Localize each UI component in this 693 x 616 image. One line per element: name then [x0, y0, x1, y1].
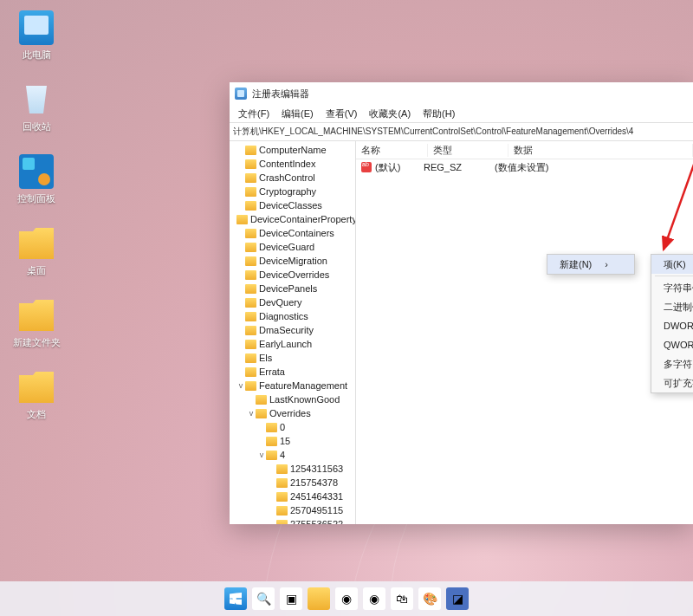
desktop-icon-folder1[interactable]: 桌面 — [10, 226, 62, 277]
taskbar-paint-icon[interactable]: 🎨 — [418, 587, 441, 610]
taskbar-search-icon[interactable]: 🔍 — [252, 587, 275, 610]
tree-node[interactable]: ComputerName — [230, 143, 355, 157]
menu-item[interactable]: 帮助(H) — [418, 106, 460, 122]
value-type: REG_SZ — [424, 162, 495, 172]
desktop-icon-folder2[interactable]: 新建文件夹 — [10, 298, 62, 349]
desktop-icon-pc[interactable]: 此电脑 — [10, 10, 62, 62]
folder-icon — [245, 312, 256, 321]
taskbar-store-icon[interactable]: 🛍 — [391, 587, 413, 610]
submenu-arrow-icon: › — [605, 259, 608, 269]
tree-node[interactable]: Els — [230, 351, 355, 365]
tree-label: 2451464331 — [290, 491, 343, 502]
tree-label: DeviceGuard — [259, 242, 314, 252]
folder-icon — [245, 381, 256, 391]
taskbar-explorer-icon[interactable] — [308, 587, 330, 610]
tree-node[interactable]: v4 — [230, 448, 355, 462]
value-list[interactable]: 名称 类型 数据 (默认) REG_SZ (数值未设置) 新建(N) › 项( — [356, 141, 693, 524]
value-row[interactable]: (默认) REG_SZ (数值未设置) — [356, 159, 693, 175]
folder1-icon — [19, 226, 54, 261]
tree-node[interactable]: 215754378 — [230, 476, 355, 490]
tree-label: 1254311563 — [290, 464, 343, 474]
tree-label: DmaSecurity — [259, 325, 314, 335]
taskbar-win-icon[interactable] — [224, 587, 247, 610]
taskbar-chrome-icon[interactable]: ◉ — [335, 587, 358, 610]
col-name[interactable]: 名称 — [356, 144, 428, 157]
submenu-item[interactable]: 项(K) — [651, 255, 693, 274]
tree-node[interactable]: 2451464331 — [230, 490, 355, 503]
string-value-icon — [361, 162, 372, 172]
tree-node[interactable]: 1254311563 — [230, 462, 355, 476]
col-data[interactable]: 数据 — [508, 144, 693, 157]
icon-label: 桌面 — [10, 264, 62, 277]
desktop-icon-folder3[interactable]: 文档 — [10, 370, 62, 421]
desktop-icon-bin[interactable]: 回收站 — [10, 82, 62, 133]
submenu-item[interactable]: 可扩充字符串值(E) — [651, 373, 693, 392]
tree-node[interactable]: 15 — [230, 434, 355, 448]
desktop-icon-panel[interactable]: 控制面板 — [10, 154, 62, 205]
menu-item[interactable]: 文件(F) — [233, 106, 275, 122]
menu-item[interactable]: 查看(V) — [321, 106, 363, 122]
folder-icon — [245, 340, 256, 349]
tree-node[interactable]: 2570495115 — [230, 503, 355, 517]
taskbar-task-icon[interactable]: ▣ — [280, 587, 302, 610]
col-type[interactable]: 类型 — [428, 144, 508, 157]
tree-node[interactable]: DeviceClasses — [230, 198, 355, 212]
tree-node[interactable]: Errata — [230, 365, 355, 379]
tree-node[interactable]: DeviceContainerPropertyUpda — [230, 212, 355, 226]
value-name: (默认) — [375, 161, 424, 174]
tree-node[interactable]: Diagnostics — [230, 309, 355, 323]
taskbar-app-icon[interactable]: ◪ — [446, 587, 469, 610]
folder-icon — [236, 215, 248, 224]
menu-item[interactable]: 收藏夹(A) — [364, 106, 416, 122]
icon-label: 文档 — [10, 408, 62, 421]
tree-node[interactable]: 2755536522 — [230, 517, 355, 524]
tree-node[interactable]: vFeatureManagement — [230, 379, 355, 392]
submenu-item[interactable]: DWORD (32 位)值(D) — [651, 316, 693, 335]
folder3-icon — [19, 370, 54, 405]
tree-label: DevicePanels — [259, 283, 317, 294]
folder-icon — [266, 437, 277, 446]
tree-label: DeviceContainers — [259, 228, 334, 238]
tree-node[interactable]: 0 — [230, 420, 355, 434]
folder-icon — [245, 187, 256, 197]
folder2-icon — [19, 298, 54, 333]
tree-node[interactable]: DevQuery — [230, 295, 355, 309]
menu-new[interactable]: 新建(N) › — [547, 255, 634, 274]
folder-icon — [276, 464, 288, 474]
taskbar-edge-icon[interactable]: ◉ — [363, 587, 385, 610]
submenu-item[interactable]: QWORD (64 位)值(Q) — [651, 335, 693, 354]
tree-node[interactable]: DevicePanels — [230, 282, 355, 295]
menu-item[interactable]: 编辑(E) — [276, 106, 319, 122]
tree-node[interactable]: CrashControl — [230, 171, 355, 185]
tree-node[interactable]: vOverrides — [230, 406, 355, 420]
tree-label: 2570495115 — [290, 505, 343, 515]
submenu-item[interactable]: 字符串值(S) — [651, 278, 693, 297]
tree-node[interactable]: DeviceOverrides — [230, 268, 355, 282]
context-menu: 新建(N) › — [547, 254, 635, 275]
folder-icon — [245, 326, 256, 335]
tree-label: 0 — [280, 422, 285, 432]
titlebar[interactable]: 注册表编辑器 — [230, 82, 693, 105]
tree-node[interactable]: DeviceGuard — [230, 240, 355, 254]
submenu-item[interactable]: 二进制值(B) — [651, 297, 693, 316]
registry-tree[interactable]: ComputerNameContentIndexCrashControlCryp… — [230, 141, 356, 524]
tree-label: 215754378 — [290, 477, 338, 488]
folder-icon — [245, 243, 256, 252]
icon-label: 控制面板 — [10, 192, 62, 205]
tree-node[interactable]: DmaSecurity — [230, 323, 355, 337]
folder-icon — [276, 506, 288, 515]
menu-separator — [655, 276, 693, 276]
tree-label: DeviceOverrides — [259, 269, 329, 280]
tree-label: DeviceMigration — [259, 256, 327, 266]
tree-node[interactable]: Cryptography — [230, 185, 355, 198]
window-body: ComputerNameContentIndexCrashControlCryp… — [230, 141, 693, 524]
tree-node[interactable]: DeviceContainers — [230, 226, 355, 240]
folder-icon — [266, 423, 277, 432]
submenu-item[interactable]: 多字符串值(M) — [651, 354, 693, 373]
tree-node[interactable]: ContentIndex — [230, 157, 355, 171]
tree-node[interactable]: EarlyLaunch — [230, 337, 355, 351]
address-bar[interactable]: 计算机\HKEY_LOCAL_MACHINE\SYSTEM\CurrentCon… — [230, 123, 693, 141]
folder-icon — [245, 284, 256, 294]
tree-node[interactable]: LastKnownGood — [230, 392, 355, 406]
tree-node[interactable]: DeviceMigration — [230, 254, 355, 268]
